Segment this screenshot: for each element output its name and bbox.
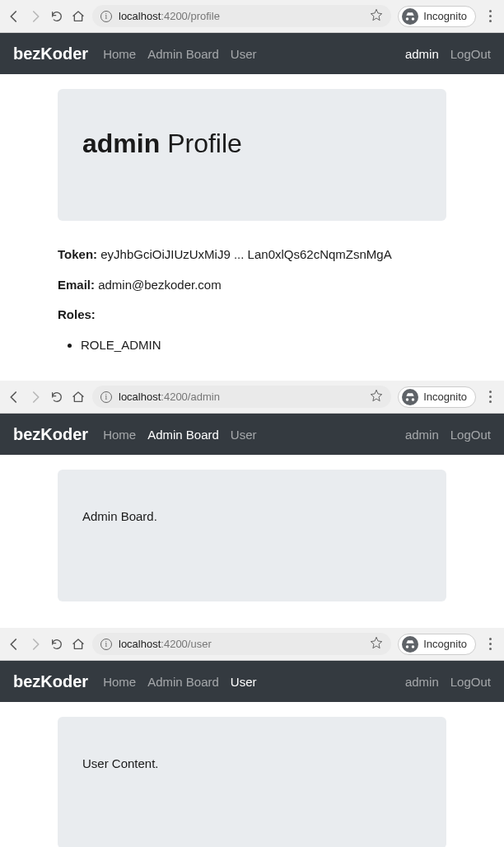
browser-toolbar: i localhost:4200/admin Incognito [0,381,504,414]
bookmark-star-icon[interactable] [370,8,383,24]
nav-home[interactable]: Home [103,675,136,689]
browser-menu-icon[interactable] [483,391,497,403]
nav-links-left: Home Admin Board User [103,47,405,61]
browser-menu-icon[interactable] [483,10,497,22]
incognito-indicator[interactable]: Incognito [398,386,476,408]
brand-logo[interactable]: bezKoder [13,44,88,63]
nav-links-right: admin LogOut [405,47,491,61]
address-bar[interactable]: i localhost:4200/user [92,633,391,655]
nav-username[interactable]: admin [405,675,439,689]
screenshot-user: i localhost:4200/user Incognito bezKoder… [0,628,504,847]
page-body-user: User Content. [0,717,504,847]
role-item: ROLE_ADMIN [81,336,446,355]
nav-admin-board[interactable]: Admin Board [147,675,219,689]
nav-user[interactable]: User [231,428,257,442]
site-info-icon[interactable]: i [100,11,112,22]
brand-logo[interactable]: bezKoder [13,672,88,691]
nav-username[interactable]: admin [405,47,439,61]
token-row: Token: eyJhbGciOiJIUzUxMiJ9 ... Lan0xlQs… [58,246,446,264]
roles-label: Roles: [58,307,96,321]
email-label: Email: [58,278,95,292]
nav-logout[interactable]: LogOut [450,47,491,61]
profile-details: Token: eyJhbGciOiJIUzUxMiJ9 ... Lan0xlQs… [58,246,446,354]
nav-username[interactable]: admin [405,428,439,442]
token-value: eyJhbGciOiJIUzUxMiJ9 ... Lan0xlQs62cNqmZ… [100,247,391,261]
forward-icon[interactable] [28,390,43,405]
home-icon[interactable] [71,390,86,405]
bookmark-star-icon[interactable] [370,636,383,652]
home-icon[interactable] [71,9,86,24]
app-navbar: bezKoder Home Admin Board User admin Log… [0,414,504,455]
nav-links-right: admin LogOut [405,675,491,689]
back-icon[interactable] [7,637,21,652]
nav-links-right: admin LogOut [405,428,491,442]
app-navbar: bezKoder Home Admin Board User admin Log… [0,33,504,74]
nav-logout[interactable]: LogOut [450,675,491,689]
address-bar[interactable]: i localhost:4200/profile [92,5,391,27]
page-body-profile: admin Profile Token: eyJhbGciOiJIUzUxMiJ… [0,89,504,371]
reload-icon[interactable] [49,9,64,24]
site-info-icon[interactable]: i [100,639,112,650]
browser-toolbar: i localhost:4200/user Incognito [0,628,504,661]
nav-admin-board[interactable]: Admin Board [147,428,219,442]
nav-user[interactable]: User [231,675,257,689]
forward-icon[interactable] [28,9,43,24]
app-navbar: bezKoder Home Admin Board User admin Log… [0,661,504,702]
incognito-label: Incognito [423,638,467,650]
nav-links-left: Home Admin Board User [103,428,405,442]
page-title: admin Profile [82,129,422,159]
nav-logout[interactable]: LogOut [450,428,491,442]
reload-icon[interactable] [49,637,64,652]
forward-icon[interactable] [28,637,43,652]
incognito-indicator[interactable]: Incognito [398,634,476,655]
nav-links-left: Home Admin Board User [103,675,405,689]
incognito-indicator[interactable]: Incognito [398,6,476,27]
admin-panel: Admin Board. [58,470,446,601]
url-text: localhost:4200/admin [119,391,363,403]
profile-username: admin [82,129,160,158]
reload-icon[interactable] [49,390,64,405]
token-label: Token: [58,247,97,261]
incognito-icon [402,389,418,405]
nav-home[interactable]: Home [103,428,136,442]
admin-content-text: Admin Board. [82,509,422,523]
nav-home[interactable]: Home [103,47,136,61]
site-info-icon[interactable]: i [100,391,112,403]
roles-row: Roles: [58,306,446,325]
page-body-admin: Admin Board. [0,470,504,618]
url-text: localhost:4200/user [119,638,363,650]
profile-header-panel: admin Profile [58,89,446,221]
incognito-icon [402,8,418,25]
address-bar[interactable]: i localhost:4200/admin [92,386,391,408]
incognito-label: Incognito [423,10,467,22]
user-content-text: User Content. [82,756,422,770]
nav-user[interactable]: User [231,47,257,61]
home-icon[interactable] [71,637,86,652]
screenshot-admin: i localhost:4200/admin Incognito bezKode… [0,381,504,618]
url-text: localhost:4200/profile [119,10,363,22]
brand-logo[interactable]: bezKoder [13,425,88,444]
browser-toolbar: i localhost:4200/profile Incognito [0,0,504,33]
incognito-icon [402,636,418,653]
email-value: admin@bezkoder.com [98,278,221,292]
user-panel: User Content. [58,717,446,847]
roles-list: ROLE_ADMIN [81,336,446,355]
email-row: Email: admin@bezkoder.com [58,276,446,295]
nav-admin-board[interactable]: Admin Board [147,47,219,61]
screenshot-profile: i localhost:4200/profile Incognito bezKo… [0,0,504,371]
browser-menu-icon[interactable] [483,638,497,650]
bookmark-star-icon[interactable] [370,389,383,405]
back-icon[interactable] [7,9,21,24]
back-icon[interactable] [7,390,21,405]
incognito-label: Incognito [423,391,467,403]
